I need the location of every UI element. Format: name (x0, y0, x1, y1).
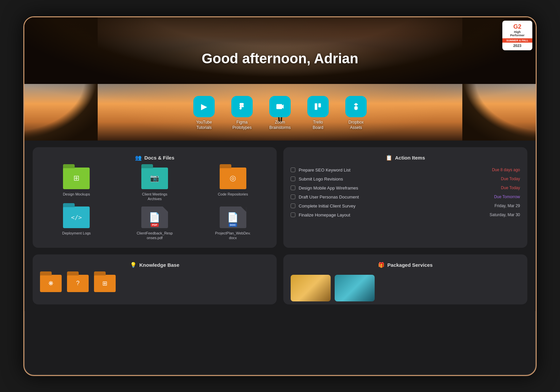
svg-rect-1 (318, 104, 321, 108)
device-frame: G2 High Performer SUMMER & FALL 2023 Goo… (23, 16, 537, 376)
quick-link-dropbox[interactable]: DropboxAssets (345, 96, 367, 130)
action-item-homepage[interactable]: Finalize Homepage Layout Saturday, Mar 3… (291, 212, 520, 217)
due-wireframes: Due Today (501, 186, 520, 190)
action-item-logo[interactable]: Submit Logo Revisions Due Today (291, 177, 520, 182)
hero-section: Good afternoon, Adrian ▶ YouTubeTutorial… (24, 17, 536, 141)
action-items-icon: 📋 (386, 155, 392, 161)
checkbox-homepage[interactable] (291, 212, 295, 217)
kb-folder-2[interactable]: ? (67, 275, 89, 292)
trello-icon (307, 96, 329, 117)
quick-link-figma[interactable]: FigmaPrototypes (231, 96, 253, 130)
kb-folder-help-icon: ? (67, 275, 89, 292)
file-deployment-logs[interactable]: </> Deployment Logs (40, 206, 113, 240)
due-seo: Due 8 days ago (492, 168, 520, 172)
knowledge-base-folders: ❋ ? ⊞ (40, 275, 269, 292)
packaged-services-icon: 🎁 (378, 262, 385, 268)
action-items-title: 📋 Action Items (291, 155, 520, 161)
g2-logo: G2 (505, 23, 530, 30)
file-code-repositories[interactable]: ◎ Code Repositories (196, 168, 269, 201)
svg-rect-0 (315, 104, 317, 110)
youtube-icon: ▶ (193, 96, 215, 117)
pdf-icon: 📄 PDF (141, 206, 168, 228)
figma-icon (231, 96, 253, 117)
action-items-list: Prepare SEO Keyword List Due 8 days ago … (291, 168, 520, 217)
docs-files-title: 👥 Docs & Files (40, 155, 269, 161)
file-label-project-plan: ProjectPlan_WebDev.docx (215, 231, 251, 240)
folder-orange-icon: ◎ (220, 168, 246, 189)
checkbox-survey[interactable] (291, 203, 295, 208)
action-text-logo: Submit Logo Revisions (299, 177, 343, 182)
files-grid: ⊞ Design Mockups 📷 Client MeetingsArchiv… (40, 168, 269, 240)
action-item-wireframes[interactable]: Design Mobile App Wireframes Due Today (291, 186, 520, 191)
file-label-deployment-logs: Deployment Logs (62, 231, 91, 235)
g2-high-performer: High Performer (505, 30, 530, 38)
action-item-personas[interactable]: Draft User Personas Document Due Tomorro… (291, 195, 520, 199)
knowledge-base-card: 💡 Knowledge Base ❋ ? ⊞ (33, 254, 277, 304)
docs-files-card: 👥 Docs & Files ⊞ Design Mockups 📷 Client (33, 147, 277, 248)
action-item-survey[interactable]: Complete Initial Client Survey Friday, M… (291, 203, 520, 208)
youtube-label: YouTubeTutorials (196, 120, 212, 130)
file-project-plan[interactable]: 📄 DOC ProjectPlan_WebDev.docx (196, 206, 269, 240)
figma-label: FigmaPrototypes (232, 120, 251, 130)
greeting-title: Good afternoon, Adrian (24, 51, 536, 67)
due-homepage: Saturday, Mar 30 (490, 212, 520, 217)
knowledge-base-title: 💡 Knowledge Base (40, 262, 269, 268)
trello-label: TrelloBoard (313, 120, 323, 130)
zoom-icon (269, 96, 291, 117)
action-text-personas: Draft User Personas Document (299, 195, 359, 199)
due-logo: Due Today (501, 177, 520, 181)
quick-link-zoom[interactable]: ZoomBrainstorms (269, 96, 291, 130)
checkbox-logo[interactable] (291, 177, 295, 181)
file-label-design-mockups: Design Mockups (63, 192, 90, 196)
file-label-client-meetings: Client MeetingsArchives (142, 192, 167, 201)
g2-badge: G2 High Performer SUMMER & FALL 2023 (502, 21, 532, 51)
action-text-survey: Complete Initial Client Survey (299, 203, 356, 208)
action-item-seo[interactable]: Prepare SEO Keyword List Due 8 days ago (291, 168, 520, 173)
dropbox-icon (345, 96, 367, 117)
service-thumbnail-teal[interactable] (335, 275, 375, 301)
kb-folder-template-icon: ⊞ (94, 275, 116, 292)
bottom-cards-section: 💡 Knowledge Base ❋ ? ⊞ (24, 254, 536, 311)
folder-green-icon: ⊞ (63, 168, 90, 189)
action-text-seo: Prepare SEO Keyword List (299, 168, 350, 173)
packaged-services-thumbnails (291, 275, 520, 301)
g2-year: 2023 (505, 44, 530, 48)
dropbox-label: DropboxAssets (348, 120, 363, 130)
due-survey: Friday, Mar 29 (495, 203, 520, 208)
checkbox-seo[interactable] (291, 168, 295, 172)
folder-teal-icon: 📷 (141, 168, 168, 189)
file-design-mockups[interactable]: ⊞ Design Mockups (40, 168, 113, 201)
g2-season-badge: SUMMER & FALL (502, 38, 532, 43)
quick-link-youtube[interactable]: ▶ YouTubeTutorials (193, 96, 215, 130)
file-label-client-feedback: ClientFeedback_Responses.pdf (137, 231, 173, 240)
due-personas: Due Tomorrow (494, 195, 520, 199)
kb-folder-1[interactable]: ❋ (40, 275, 62, 292)
quick-link-trello[interactable]: TrelloBoard (307, 96, 329, 130)
knowledge-base-icon: 💡 (130, 262, 137, 268)
quick-links-bar: ▶ YouTubeTutorials FigmaPrototypes (24, 96, 536, 130)
zoom-label: ZoomBrainstorms (269, 120, 291, 130)
packaged-services-card: 🎁 Packaged Services (283, 254, 527, 304)
file-label-code-repositories: Code Repositories (218, 192, 248, 196)
file-client-meetings[interactable]: 📷 Client MeetingsArchives (118, 168, 191, 201)
main-content: 👥 Docs & Files ⊞ Design Mockups 📷 Client (24, 141, 536, 254)
packaged-services-title: 🎁 Packaged Services (291, 262, 520, 268)
checkbox-wireframes[interactable] (291, 186, 295, 190)
file-client-feedback[interactable]: 📄 PDF ClientFeedback_Responses.pdf (118, 206, 191, 240)
action-items-card: 📋 Action Items Prepare SEO Keyword List … (283, 147, 527, 248)
kb-folder-dropbox-icon: ❋ (40, 275, 62, 292)
action-text-wireframes: Design Mobile App Wireframes (299, 186, 358, 191)
docs-files-icon: 👥 (135, 155, 142, 161)
service-thumbnail-gold[interactable] (291, 275, 331, 301)
checkbox-personas[interactable] (291, 195, 295, 199)
action-text-homepage: Finalize Homepage Layout (299, 212, 350, 217)
kb-folder-3[interactable]: ⊞ (94, 275, 116, 292)
folder-cyan-icon: </> (63, 206, 90, 228)
docx-icon: 📄 DOC (220, 206, 246, 228)
